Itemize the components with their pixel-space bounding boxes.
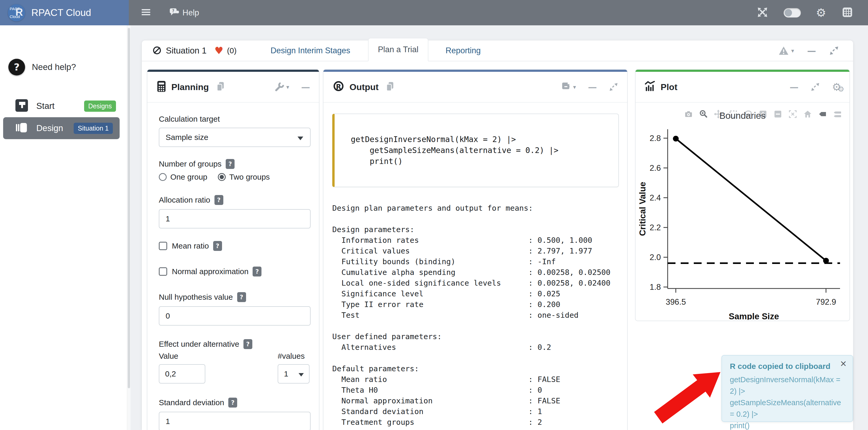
caret-down-icon: ▾ [286,84,289,90]
sidebar: ? Need help? Start Designs Design Situat… [0,25,127,430]
zoom-mode-icon[interactable] [699,109,708,119]
toast-title: R code copied to clipboard [730,362,845,371]
output-panel: R Output ▾ [323,69,628,430]
help-chat-icon: ? [169,7,180,18]
situation-label: Situation 1 [166,46,207,56]
autoscale-icon[interactable] [788,109,798,119]
help-question-badge[interactable]: ? [243,339,252,349]
radio-two-groups[interactable] [218,173,226,181]
svg-text:2.8: 2.8 [650,134,661,143]
tools-wrench-dropdown[interactable]: ▾ [274,82,289,92]
help-question-badge[interactable]: ? [237,292,246,302]
theme-toggle[interactable] [784,8,801,18]
copy-icon[interactable] [216,81,225,93]
standard-deviation-input[interactable] [159,412,311,430]
normal-approximation-checkbox[interactable] [159,267,167,276]
help-button[interactable]: ? Help [169,7,199,18]
num-values-value: 1 [284,369,288,378]
null-hypothesis-label: Null hypothesis value ? [159,292,310,302]
sidebar-item-label: Design [36,123,63,133]
design-cards-icon [15,121,28,135]
zoom-out-icon[interactable] [773,109,783,119]
toggle-knob [785,9,792,16]
copy-icon[interactable] [385,81,395,93]
effect-value-input[interactable] [159,364,205,384]
svg-text:2.2: 2.2 [650,223,661,232]
calculation-target-select[interactable]: Sample size [159,128,311,147]
caret-down-icon: ▾ [573,84,576,90]
need-help-label: Need help? [32,62,76,72]
help-question-badge[interactable]: ? [253,267,261,276]
download-plot-icon[interactable] [684,109,693,119]
svg-text:396.5: 396.5 [665,297,686,306]
pan-mode-icon[interactable] [714,109,723,119]
collapse-card-button[interactable]: — [807,46,816,55]
radio-two-groups-label: Two groups [229,173,270,181]
designs-badge: Designs [84,101,116,112]
export-dropdown-button[interactable]: ▾ [562,82,576,92]
hamburger-menu-icon[interactable]: ≡ [140,5,152,19]
radio-one-group[interactable] [159,173,167,181]
standard-deviation-label: Standard deviation ? [159,398,310,407]
reset-axes-home-icon[interactable] [803,109,812,119]
collapse-panel-button[interactable]: — [588,82,597,91]
collapse-panel-button[interactable]: — [301,82,310,91]
null-hypothesis-input[interactable] [159,306,311,326]
fullscreen-arrows-icon[interactable] [756,6,769,19]
tab-situation[interactable]: Situation 1 ♥ (0) [152,45,237,56]
scrollbar-thumb[interactable] [128,28,130,388]
calculation-target-label: Calculation target [159,114,310,124]
help-question-badge[interactable]: ? [226,159,235,169]
num-values-select[interactable]: 1 [278,364,310,384]
need-help-link[interactable]: ? Need help? [8,59,76,75]
plot-settings-gears-icon[interactable]: ⚙⚙ [832,81,841,93]
plot-panel: Plot — ⚙⚙ [635,69,850,321]
collapse-panel-button[interactable]: — [789,82,799,91]
sidebar-item-design[interactable]: Design Situation 1 [3,117,120,139]
settings-gear-icon[interactable]: ⚙ [816,7,826,19]
svg-text:2.4: 2.4 [650,193,661,202]
chart-icon [644,81,656,93]
r-logo-icon: R [332,81,345,93]
topbar: ≡ ? Help ⚙ [129,0,868,25]
boundaries-chart[interactable]: 1.82.02.22.42.62.8396.5792.9Sample SizeC… [638,127,848,320]
normal-approximation-label: Normal approximation ? [172,267,261,276]
tab-plan-a-trial[interactable]: Plan a Trial [368,38,428,61]
number-of-groups-label: Number of groups ? [159,159,310,169]
expand-panel-button[interactable] [609,82,618,92]
apps-grid-icon[interactable] [841,6,854,19]
box-select-icon[interactable] [728,109,738,119]
expand-panel-button[interactable] [810,82,820,92]
sidebar-item-label: Start [36,101,55,111]
sidebar-scrollbar[interactable] [127,25,131,430]
plotly-modebar [684,109,842,119]
situation-badge: Situation 1 [74,123,113,134]
show-closest-hover-icon[interactable] [818,109,827,119]
favorite-heart-icon[interactable]: ♥ [214,46,223,56]
compare-hover-icon[interactable] [833,109,842,119]
lasso-select-icon[interactable] [743,109,753,119]
expand-card-button[interactable] [829,46,839,56]
zoom-in-icon[interactable] [758,109,768,119]
question-circle-icon: ? [8,59,25,75]
svg-text:792.9: 792.9 [816,297,836,306]
tab-design-interim-stages[interactable]: Design Interim Stages [271,46,350,55]
output-title: Output [349,82,378,92]
logo-text-bottom: Cloud [10,14,20,19]
sidebar-item-start[interactable]: Start Designs [15,98,116,113]
warnings-dropdown-button[interactable]: ▾ [778,46,794,56]
red-annotation-arrow [651,365,727,429]
planning-accent-bar [147,70,319,72]
allocation-ratio-input[interactable] [159,209,311,228]
favorite-count: (0) [227,46,237,55]
help-question-badge[interactable]: ? [228,398,237,407]
main-card: Situation 1 ♥ (0) Design Interim Stages … [142,40,853,430]
toast-close-button[interactable]: × [840,359,847,368]
help-question-badge[interactable]: ? [214,195,223,205]
allocation-ratio-label: Allocation ratio ? [159,195,310,205]
ban-icon [152,45,162,56]
help-question-badge[interactable]: ? [213,241,222,251]
mean-ratio-checkbox[interactable] [159,242,167,250]
caret-down-icon: ▾ [791,47,794,54]
tab-reporting[interactable]: Reporting [445,46,480,55]
